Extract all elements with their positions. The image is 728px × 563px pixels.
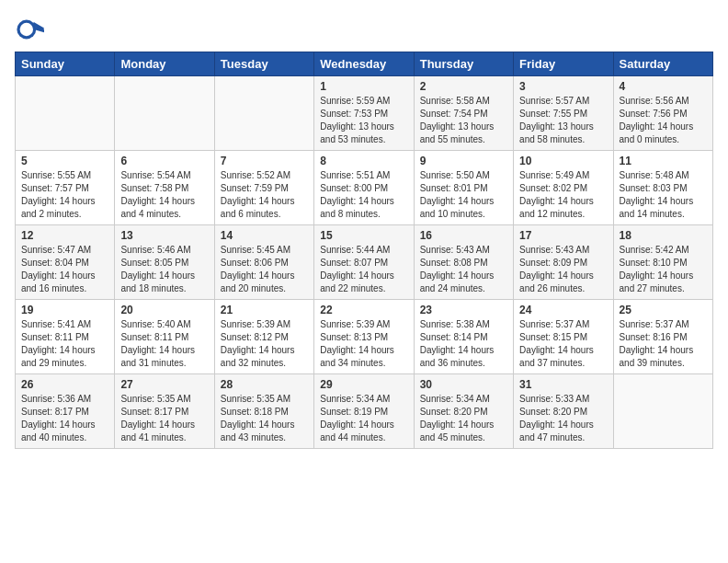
day-number: 31 xyxy=(519,378,607,391)
day-info: Sunrise: 5:43 AM Sunset: 8:08 PM Dayligh… xyxy=(420,244,507,295)
weekday-header-sunday: Sunday xyxy=(16,52,115,76)
calendar-cell: 8Sunrise: 5:51 AM Sunset: 8:00 PM Daylig… xyxy=(314,151,414,225)
weekday-header-saturday: Saturday xyxy=(613,52,712,76)
calendar-cell: 21Sunrise: 5:39 AM Sunset: 8:12 PM Dayli… xyxy=(214,300,313,374)
calendar-week-2: 5Sunrise: 5:55 AM Sunset: 7:57 PM Daylig… xyxy=(16,151,713,225)
day-info: Sunrise: 5:57 AM Sunset: 7:55 PM Dayligh… xyxy=(519,95,607,146)
day-info: Sunrise: 5:50 AM Sunset: 8:01 PM Dayligh… xyxy=(420,169,507,221)
day-number: 14 xyxy=(221,229,308,242)
calendar-table: SundayMondayTuesdayWednesdayThursdayFrid… xyxy=(15,52,713,449)
calendar-cell: 23Sunrise: 5:38 AM Sunset: 8:14 PM Dayli… xyxy=(414,300,513,374)
day-number: 28 xyxy=(221,378,308,391)
calendar-cell: 22Sunrise: 5:39 AM Sunset: 8:13 PM Dayli… xyxy=(314,300,414,374)
calendar-cell: 13Sunrise: 5:46 AM Sunset: 8:05 PM Dayli… xyxy=(115,225,214,300)
day-info: Sunrise: 5:51 AM Sunset: 8:00 PM Dayligh… xyxy=(320,169,407,221)
calendar-header: SundayMondayTuesdayWednesdayThursdayFrid… xyxy=(16,52,713,76)
calendar-cell: 20Sunrise: 5:40 AM Sunset: 8:11 PM Dayli… xyxy=(115,300,214,374)
day-number: 7 xyxy=(221,155,308,167)
calendar-cell: 4Sunrise: 5:56 AM Sunset: 7:56 PM Daylig… xyxy=(613,76,712,151)
calendar-cell: 5Sunrise: 5:55 AM Sunset: 7:57 PM Daylig… xyxy=(16,151,115,225)
day-info: Sunrise: 5:39 AM Sunset: 8:12 PM Dayligh… xyxy=(221,318,308,370)
day-number: 19 xyxy=(21,304,108,316)
svg-point-1 xyxy=(20,23,33,36)
day-number: 10 xyxy=(519,155,607,167)
day-number: 26 xyxy=(21,378,108,391)
day-info: Sunrise: 5:44 AM Sunset: 8:07 PM Dayligh… xyxy=(320,244,407,295)
day-info: Sunrise: 5:38 AM Sunset: 8:14 PM Dayligh… xyxy=(420,318,507,370)
day-number: 24 xyxy=(519,304,607,316)
day-number: 27 xyxy=(120,378,208,391)
calendar-cell: 16Sunrise: 5:43 AM Sunset: 8:08 PM Dayli… xyxy=(414,225,513,300)
day-number: 20 xyxy=(120,304,208,316)
calendar-cell: 24Sunrise: 5:37 AM Sunset: 8:15 PM Dayli… xyxy=(514,300,613,374)
day-number: 23 xyxy=(420,304,507,316)
day-info: Sunrise: 5:33 AM Sunset: 8:20 PM Dayligh… xyxy=(519,393,607,444)
day-info: Sunrise: 5:42 AM Sunset: 8:10 PM Dayligh… xyxy=(620,244,707,295)
day-info: Sunrise: 5:36 AM Sunset: 8:17 PM Dayligh… xyxy=(21,393,108,444)
calendar-cell: 7Sunrise: 5:52 AM Sunset: 7:59 PM Daylig… xyxy=(214,151,313,225)
calendar-cell: 15Sunrise: 5:44 AM Sunset: 8:07 PM Dayli… xyxy=(314,225,414,300)
calendar-cell: 29Sunrise: 5:34 AM Sunset: 8:19 PM Dayli… xyxy=(314,374,414,449)
day-info: Sunrise: 5:54 AM Sunset: 7:58 PM Dayligh… xyxy=(120,169,208,221)
day-number: 21 xyxy=(221,304,308,316)
day-info: Sunrise: 5:46 AM Sunset: 8:05 PM Dayligh… xyxy=(120,244,208,295)
day-info: Sunrise: 5:34 AM Sunset: 8:20 PM Dayligh… xyxy=(420,393,507,444)
calendar-cell: 12Sunrise: 5:47 AM Sunset: 8:04 PM Dayli… xyxy=(16,225,115,300)
calendar-cell: 3Sunrise: 5:57 AM Sunset: 7:55 PM Daylig… xyxy=(514,76,613,151)
day-number: 16 xyxy=(420,229,507,242)
day-number: 25 xyxy=(620,304,707,316)
day-info: Sunrise: 5:35 AM Sunset: 8:18 PM Dayligh… xyxy=(221,393,308,444)
day-info: Sunrise: 5:56 AM Sunset: 7:56 PM Dayligh… xyxy=(620,95,707,146)
calendar-cell: 17Sunrise: 5:43 AM Sunset: 8:09 PM Dayli… xyxy=(514,225,613,300)
calendar-cell: 9Sunrise: 5:50 AM Sunset: 8:01 PM Daylig… xyxy=(414,151,513,225)
day-number: 4 xyxy=(620,80,707,93)
calendar-week-1: 1Sunrise: 5:59 AM Sunset: 7:53 PM Daylig… xyxy=(16,76,713,151)
day-number: 8 xyxy=(320,155,407,167)
weekday-header-monday: Monday xyxy=(115,52,214,76)
day-number: 1 xyxy=(320,80,407,93)
calendar-cell: 30Sunrise: 5:34 AM Sunset: 8:20 PM Dayli… xyxy=(414,374,513,449)
calendar-cell xyxy=(16,76,115,151)
day-number: 29 xyxy=(320,378,407,391)
calendar-week-4: 19Sunrise: 5:41 AM Sunset: 8:11 PM Dayli… xyxy=(16,300,713,374)
calendar-cell: 27Sunrise: 5:35 AM Sunset: 8:17 PM Dayli… xyxy=(115,374,214,449)
calendar-cell: 26Sunrise: 5:36 AM Sunset: 8:17 PM Dayli… xyxy=(16,374,115,449)
calendar-cell: 28Sunrise: 5:35 AM Sunset: 8:18 PM Dayli… xyxy=(214,374,313,449)
calendar-cell xyxy=(613,374,712,449)
calendar-cell xyxy=(115,76,214,151)
calendar-week-5: 26Sunrise: 5:36 AM Sunset: 8:17 PM Dayli… xyxy=(16,374,713,449)
day-number: 15 xyxy=(320,229,407,242)
day-info: Sunrise: 5:39 AM Sunset: 8:13 PM Dayligh… xyxy=(320,318,407,370)
calendar-cell: 1Sunrise: 5:59 AM Sunset: 7:53 PM Daylig… xyxy=(314,76,414,151)
day-info: Sunrise: 5:59 AM Sunset: 7:53 PM Dayligh… xyxy=(320,95,407,146)
day-info: Sunrise: 5:40 AM Sunset: 8:11 PM Dayligh… xyxy=(120,318,208,370)
day-info: Sunrise: 5:43 AM Sunset: 8:09 PM Dayligh… xyxy=(519,244,607,295)
day-info: Sunrise: 5:37 AM Sunset: 8:15 PM Dayligh… xyxy=(519,318,607,370)
calendar-body: 1Sunrise: 5:59 AM Sunset: 7:53 PM Daylig… xyxy=(16,76,713,449)
weekday-header-tuesday: Tuesday xyxy=(214,52,313,76)
calendar-cell: 2Sunrise: 5:58 AM Sunset: 7:54 PM Daylig… xyxy=(414,76,513,151)
day-info: Sunrise: 5:37 AM Sunset: 8:16 PM Dayligh… xyxy=(620,318,707,370)
weekday-header-wednesday: Wednesday xyxy=(314,52,414,76)
calendar-cell: 18Sunrise: 5:42 AM Sunset: 8:10 PM Dayli… xyxy=(613,225,712,300)
page-header xyxy=(15,15,713,44)
day-info: Sunrise: 5:35 AM Sunset: 8:17 PM Dayligh… xyxy=(120,393,208,444)
calendar-cell: 6Sunrise: 5:54 AM Sunset: 7:58 PM Daylig… xyxy=(115,151,214,225)
day-info: Sunrise: 5:47 AM Sunset: 8:04 PM Dayligh… xyxy=(21,244,108,295)
weekday-header-friday: Friday xyxy=(514,52,613,76)
day-info: Sunrise: 5:55 AM Sunset: 7:57 PM Dayligh… xyxy=(21,169,108,221)
calendar-cell: 14Sunrise: 5:45 AM Sunset: 8:06 PM Dayli… xyxy=(214,225,313,300)
day-info: Sunrise: 5:49 AM Sunset: 8:02 PM Dayligh… xyxy=(519,169,607,221)
day-number: 3 xyxy=(519,80,607,93)
day-number: 6 xyxy=(120,155,208,167)
weekday-header-row: SundayMondayTuesdayWednesdayThursdayFrid… xyxy=(16,52,713,76)
logo-icon xyxy=(15,15,44,44)
calendar-cell: 31Sunrise: 5:33 AM Sunset: 8:20 PM Dayli… xyxy=(514,374,613,449)
day-info: Sunrise: 5:58 AM Sunset: 7:54 PM Dayligh… xyxy=(420,95,507,146)
calendar-cell: 25Sunrise: 5:37 AM Sunset: 8:16 PM Dayli… xyxy=(613,300,712,374)
day-info: Sunrise: 5:34 AM Sunset: 8:19 PM Dayligh… xyxy=(320,393,407,444)
calendar-week-3: 12Sunrise: 5:47 AM Sunset: 8:04 PM Dayli… xyxy=(16,225,713,300)
weekday-header-thursday: Thursday xyxy=(414,52,513,76)
day-number: 5 xyxy=(21,155,108,167)
day-info: Sunrise: 5:41 AM Sunset: 8:11 PM Dayligh… xyxy=(21,318,108,370)
